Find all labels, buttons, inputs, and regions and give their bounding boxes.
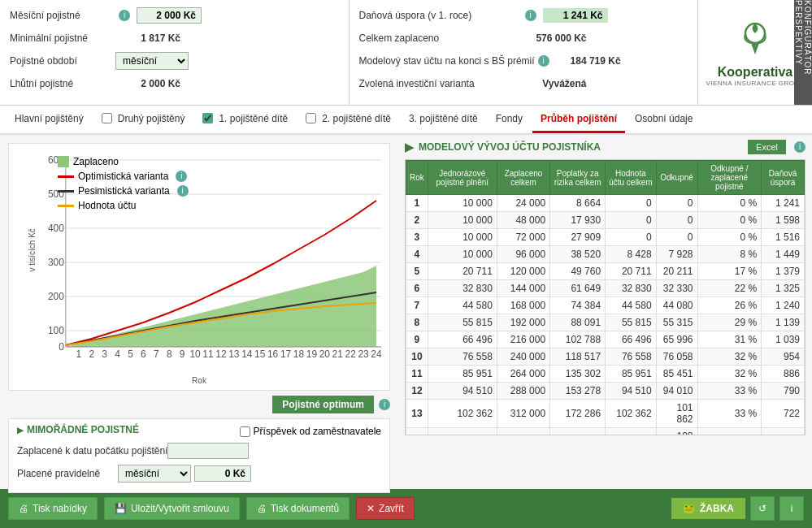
svg-text:11: 11 [202,348,214,360]
table-cell: 288 000 [497,383,549,400]
danova-uspora-label: Daňová úspora (v 1. roce) [359,10,522,21]
legend-hodnota-label: Hodnota účtu [78,200,136,211]
main-content: v tisících Kč Zaplaceno Optimistická var… [0,135,812,489]
legend-hodnota-color [58,205,74,207]
table-row: 1076 558240 000118 51776 55876 05832 %95… [406,348,805,366]
zaplacene-datum-label: Zaplacené k datu počátku pojištění [17,445,167,457]
tab-druhe-dite[interactable]: 2. pojištěné dítě [297,106,399,133]
tab-prvni-dite-checkbox[interactable] [202,113,213,123]
mesicni-info-icon[interactable]: i [119,10,130,21]
tab-hlavni-pojisteny[interactable]: Hlavní pojištěný [7,106,92,133]
minimalni-pojistne-row: Minimální pojistné 1 817 Kč [10,29,339,47]
table-cell: 240 000 [497,348,549,366]
legend-pesimisticka-info[interactable]: i [177,185,189,197]
top-section: Měsíční pojistné i Minimální pojistné 1 … [0,0,812,106]
kooperativa-logo: Kooperativa VIENNA INSURANCE GROUP [706,19,804,87]
tab-druhe-dite-checkbox[interactable] [306,113,316,123]
tisk-nabidky-button[interactable]: 🖨 Tisk nabídky [8,497,98,520]
table-cell: 886 [762,366,805,383]
modelovy-info-icon[interactable]: i [538,55,549,67]
investicni-varianta-row: Zvolená investiční varianta Vyvážená [359,75,688,93]
mesicni-pojistne-row: Měsíční pojistné i [10,6,339,24]
table-cell: 144 000 [497,280,549,297]
svg-text:14: 14 [241,348,253,360]
pojistne-optimum-button[interactable]: Pojistné optimum [272,396,374,413]
bottom-right: 🐸 ŽABKA ↺ i [671,496,804,521]
tab-druhy-checkbox[interactable] [102,113,112,123]
table-cell: 153 278 [550,383,606,400]
table-cell: 7 [406,297,428,314]
mesicni-pojistne-input[interactable] [137,7,202,24]
refresh-button[interactable]: ↺ [750,496,775,521]
table-cell: 44 580 [606,297,656,314]
minimalni-pojistne-value: 1 817 Kč [115,32,180,44]
table-cell: 10 000 [428,246,497,263]
table-cell: 20 711 [606,263,656,280]
info-button[interactable]: i [779,496,804,521]
svg-text:200: 200 [48,291,64,302]
table-info-icon[interactable]: i [794,141,805,153]
ulozit-label: Uložit/Vytvořit smlouvu [131,503,229,514]
placene-pravidelne-select[interactable]: měsíční [118,465,191,483]
ulozit-button[interactable]: 💾 Uložit/Vytvořit smlouvu [104,497,240,520]
table-cell: 20 211 [656,263,697,280]
zavrít-button[interactable]: ✕ Zavřít [356,497,415,520]
tab-hlavni-label: Hlavní pojištěný [15,113,84,124]
table-scroll[interactable]: Rok Jednorázové pojistné plnění Zaplacen… [405,159,805,435]
placene-pravidelne-row: Placené pravidelně měsíční [17,465,381,483]
table-cell: 32 830 [428,280,497,297]
zabka-button[interactable]: 🐸 ŽABKA [671,498,745,519]
placene-pravidelne-input[interactable] [194,465,251,482]
mimoradne-title: ▶ MIMOŘÁDNÉ POJISTNÉ [17,424,139,435]
table-cell: 32 % [697,366,762,383]
pojistne-obdobi-select[interactable]: měsíční čtvrtletní pololetní roční [115,52,189,70]
table-cell: 0 [656,229,697,246]
table-cell: 102 362 [428,400,497,428]
minimalni-pojistne-label: Minimální pojistné [10,32,115,44]
zaplacene-datum-input[interactable] [167,443,249,459]
tisk-dokumentu-button[interactable]: 🖨 Tisk dokumentů [246,497,350,520]
table-cell: 31 % [697,331,762,348]
prispevek-checkbox[interactable] [240,426,250,437]
table-cell: 49 760 [550,263,606,280]
top-right-panel: Daňová úspora (v 1. roce) i 1 241 Kč Cel… [350,0,699,105]
tab-treti-dite[interactable]: 3. pojištěné dítě [401,106,486,133]
table-cell: 85 951 [606,366,656,383]
top-left-panel: Měsíční pojistné i Minimální pojistné 1 … [0,0,350,105]
info-icon: i [791,503,793,514]
celkem-zaplaceno-value: 576 000 Kč [522,32,587,44]
table-cell: 0 % [697,212,762,229]
celkem-zaplaceno-label: Celkem zaplaceno [359,32,522,44]
danova-info-icon[interactable]: i [525,10,536,21]
tab-fondy[interactable]: Fondy [488,106,531,133]
lhutni-pojistne-label: Lhůtní pojistné [10,78,115,89]
chart-legend: Zaplaceno Optimistická varianta i Pesimi… [58,156,189,211]
col-poplatky: Poplatky za rizika celkem [550,161,606,195]
table-cell: 120 000 [497,263,549,280]
table-cell: 8 428 [606,246,656,263]
danova-uspora-value: 1 241 Kč [543,8,608,23]
tab-prvni-dite[interactable]: 1. pojištěné dítě [194,106,296,133]
excel-button[interactable]: Excel [748,140,786,154]
table-cell: 96 000 [497,246,549,263]
tab-prubeh-pojisteni[interactable]: Průběh pojištění [532,106,625,133]
legend-optimisticka-info[interactable]: i [176,171,187,182]
mesicni-pojistne-label: Měsíční pojistné [10,10,115,21]
prispevek-label[interactable]: Příspěvek od zaměstnavatele [240,426,381,437]
legend-zaplaceno: Zaplaceno [58,156,189,167]
konfigurator-tab[interactable]: KONFIGURÁTOR PERSPEKTIVY [794,0,812,105]
tab-druhy-pojisteny[interactable]: Druhý pojištěný [93,106,193,133]
table-title-text: MODELOVÝ VÝVOJ ÚČTU POJISTNÍKA [419,141,601,153]
table-row: 744 580168 00074 38444 58044 08026 %1 24… [406,297,805,314]
svg-text:1: 1 [76,348,81,360]
table-cell: 6 [406,280,428,297]
table-cell: 44 580 [428,297,497,314]
table-cell: 22 % [697,280,762,297]
pojistne-optimum-info[interactable]: i [379,399,390,410]
table-cell: 336 000 [497,428,549,436]
tab-osobni-udaje[interactable]: Osobní údaje [627,106,701,133]
table-cell: 172 286 [550,400,606,428]
celkem-zaplaceno-row: Celkem zaplaceno 576 000 Kč [359,29,688,47]
table-cell: 216 000 [497,331,549,348]
svg-text:21: 21 [332,348,344,360]
